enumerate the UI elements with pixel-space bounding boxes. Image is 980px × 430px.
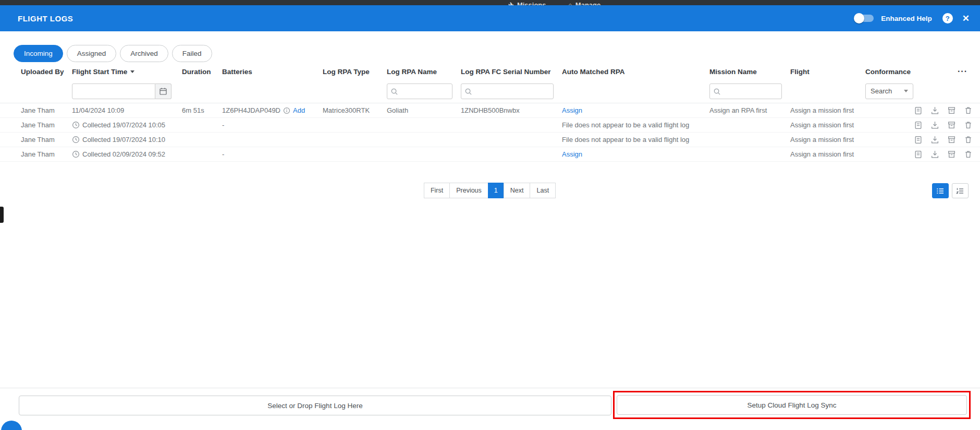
archive-log-icon[interactable]	[947, 106, 956, 115]
close-icon[interactable]: ✕	[962, 13, 970, 24]
modal-header: FLIGHT LOGS Enhanced Help ? ✕	[0, 5, 980, 31]
fc-serial-search-input[interactable]	[461, 83, 554, 99]
calendar-icon[interactable]	[155, 83, 172, 99]
cell-batteries: -	[222, 121, 323, 129]
tab-failed[interactable]: Failed	[172, 45, 212, 62]
background-navbar: ✈ Missions ⌂ Manage	[0, 0, 980, 5]
pagination-next-button[interactable]: Next	[504, 183, 531, 198]
cell-log-rpa-name: Goliath	[387, 106, 461, 114]
cell-uploaded-by: Jane Tham	[21, 121, 72, 129]
table-row: Jane Tham Collected 19/07/2024 10:10 Fil…	[0, 133, 980, 147]
table-row: Jane Tham 11/04/2024 10:09 6m 51s 1Z6PH4…	[0, 103, 980, 118]
col-flight-start-time[interactable]: Flight Start Time	[72, 68, 182, 76]
help-icon[interactable]: ?	[942, 13, 953, 23]
assign-mission-icon[interactable]	[914, 150, 923, 159]
assign-rpa-link[interactable]: Assign	[562, 106, 709, 114]
flight-logs-table: Uploaded By Flight Start Time Duration B…	[0, 64, 980, 162]
pagination-first-button[interactable]: First	[424, 183, 450, 198]
cell-flight: Assign a mission first	[790, 121, 865, 129]
assign-mission-icon[interactable]	[914, 121, 923, 129]
delete-log-icon[interactable]	[964, 135, 973, 144]
table-body: Jane Tham 11/04/2024 10:09 6m 51s 1Z6PH4…	[0, 103, 980, 162]
delete-log-icon[interactable]	[964, 150, 973, 159]
pagination-previous-button[interactable]: Previous	[449, 183, 488, 198]
cell-log-rpa-fc-serial: 1ZNDHB500Bnwbx	[461, 106, 562, 114]
cell-uploaded-by: Jane Tham	[21, 106, 72, 114]
conformance-filter-select[interactable]: Search	[865, 83, 913, 99]
tab-bar: Incoming Assigned Archived Failed	[14, 45, 212, 62]
col-label: Flight Start Time	[72, 68, 127, 76]
cell-batteries: -	[222, 150, 323, 158]
drop-flight-log-button[interactable]: Select or Drop Flight Log Here	[19, 396, 611, 415]
assign-mission-icon[interactable]	[914, 135, 923, 144]
col-mission-name: Mission Name	[709, 68, 790, 76]
col-batteries: Batteries	[222, 68, 323, 76]
col-log-rpa-type: Log RPA Type	[323, 68, 387, 76]
table-filter-row: Search	[0, 79, 980, 103]
cell-flight-start-time: Collected 19/07/2024 10:05	[72, 121, 182, 129]
list-view-icon	[936, 187, 945, 195]
cell-mission-name: Assign an RPA first	[709, 106, 790, 114]
pagination-page-1-button[interactable]: 1	[488, 183, 504, 198]
row-actions	[923, 121, 980, 129]
archive-log-icon[interactable]	[947, 121, 956, 129]
screen: ✈ Missions ⌂ Manage FLIGHT LOGS Enhanced…	[0, 0, 980, 430]
sort-desc-icon	[130, 70, 134, 73]
assign-mission-icon[interactable]	[914, 106, 923, 115]
list-view-button[interactable]	[932, 183, 949, 198]
selected-option: Search	[871, 87, 892, 95]
modal-title: FLIGHT LOGS	[18, 14, 73, 23]
download-log-icon[interactable]	[930, 106, 939, 115]
view-toggles	[932, 183, 969, 198]
setup-cloud-sync-button[interactable]: Setup Cloud Flight Log Sync	[617, 395, 967, 415]
start-time-filter-input[interactable]	[72, 83, 155, 99]
row-actions	[923, 135, 980, 144]
col-duration: Duration	[182, 68, 222, 76]
col-flight: Flight	[790, 68, 865, 76]
archive-log-icon[interactable]	[947, 150, 956, 159]
cell-auto-matched-rpa: File does not appear to be a valid fligh…	[562, 136, 709, 144]
ordered-list-icon	[956, 187, 964, 195]
enhanced-help-toggle[interactable]	[855, 15, 874, 22]
search-icon	[464, 88, 472, 95]
pagination-last-button[interactable]: Last	[530, 183, 556, 198]
side-drawer-handle[interactable]	[0, 207, 4, 223]
row-actions	[923, 150, 980, 159]
cell-flight-start-time: 11/04/2024 10:09	[72, 106, 182, 114]
cell-uploaded-by: Jane Tham	[21, 150, 72, 158]
nav-item-label: Manage	[575, 1, 601, 5]
delete-log-icon[interactable]	[964, 106, 973, 115]
download-log-icon[interactable]	[930, 150, 939, 159]
cell-flight: Assign a mission first	[790, 136, 865, 144]
pagination: First Previous 1 Next Last	[0, 183, 980, 198]
nav-item-manage[interactable]: ⌂ Manage	[568, 1, 601, 5]
ordered-view-button[interactable]	[952, 183, 969, 198]
nav-item-label: Missions	[517, 1, 546, 5]
assign-rpa-link[interactable]: Assign	[562, 150, 709, 158]
table-row: Jane Tham Collected 02/09/2024 09:52 - A…	[0, 147, 980, 162]
download-log-icon[interactable]	[930, 135, 939, 144]
tab-incoming[interactable]: Incoming	[14, 45, 63, 62]
cell-log-rpa-type: Matrice300RTK	[323, 106, 387, 114]
tab-archived[interactable]: Archived	[120, 45, 168, 62]
archive-log-icon[interactable]	[947, 135, 956, 144]
col-uploaded-by: Uploaded By	[21, 68, 72, 76]
footer-divider	[0, 388, 980, 388]
col-log-rpa-fc-serial: Log RPA FC Serial Number	[461, 68, 562, 76]
tab-assigned[interactable]: Assigned	[67, 45, 117, 62]
delete-log-icon[interactable]	[964, 121, 973, 129]
chevron-down-icon	[904, 90, 908, 92]
cell-duration: 6m 51s	[182, 106, 222, 114]
flight-logs-modal: FLIGHT LOGS Enhanced Help ? ✕ Incoming A…	[0, 5, 980, 430]
add-battery-link[interactable]: Add	[293, 106, 305, 114]
battery-info-icon[interactable]	[283, 107, 290, 114]
column-options-icon[interactable]: ···	[958, 69, 980, 74]
nav-item-missions[interactable]: ✈ Missions	[508, 1, 546, 5]
row-actions	[923, 106, 980, 115]
cell-auto-matched-rpa: File does not appear to be a valid fligh…	[562, 121, 709, 129]
cell-flight: Assign a mission first	[790, 106, 865, 114]
cell-flight-start-time: Collected 19/07/2024 10:10	[72, 136, 182, 144]
table-header-row: Uploaded By Flight Start Time Duration B…	[0, 64, 980, 79]
cell-batteries: 1Z6PH4JDAP049D Add	[222, 106, 323, 114]
download-log-icon[interactable]	[930, 121, 939, 129]
